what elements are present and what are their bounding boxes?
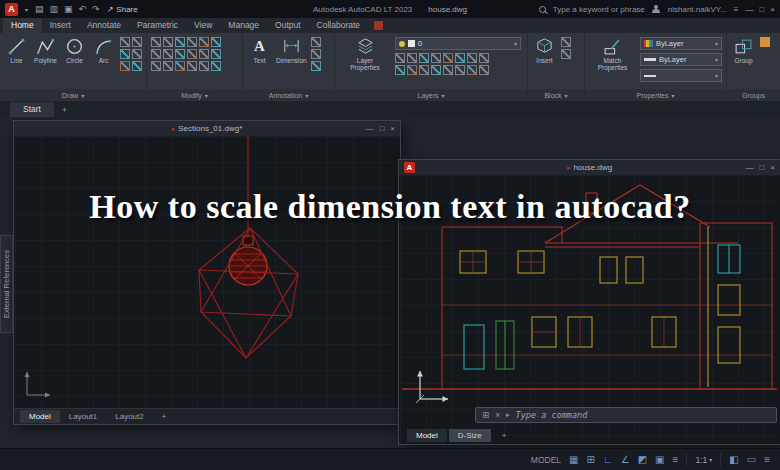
layers-panel-label[interactable]: Layers ▾ [335,89,527,101]
maximize-button[interactable]: □ [379,124,384,133]
layer-select-dropdown[interactable]: 0 ▾ [395,37,521,50]
linetype-dropdown[interactable]: ▾ [640,69,722,82]
tool-icon[interactable] [395,65,405,75]
chevron-down-icon[interactable]: ▾ [25,6,28,13]
menu-icon[interactable]: ≡ [734,5,739,14]
group-tool[interactable]: Group [731,37,756,64]
minimize-button[interactable]: — [745,5,753,14]
tool-icon[interactable] [561,37,571,47]
text-tool[interactable]: A Text [247,37,272,64]
tool-icon[interactable] [151,37,161,47]
tool-icon[interactable] [431,65,441,75]
circle-tool[interactable]: Circle [62,37,87,64]
tool-icon[interactable] [455,65,465,75]
group-edit-icon[interactable] [760,37,770,47]
osnap-icon[interactable]: ◩ [638,455,647,465]
tool-icon[interactable] [211,49,221,59]
tool-icon[interactable] [199,49,209,59]
tool-icon[interactable] [479,65,489,75]
tool-icon[interactable] [311,37,321,47]
groups-panel-label[interactable]: Groups [727,89,780,101]
tool-icon[interactable] [479,53,489,63]
tool-icon[interactable] [199,61,209,71]
model-space-button[interactable]: MODEL [531,455,561,465]
open-file-icon[interactable]: ▥ [50,5,59,14]
new-tab-button[interactable]: + [57,103,72,117]
tool-icon[interactable] [443,65,453,75]
express-tools-icon[interactable] [374,21,383,30]
draw-panel-label[interactable]: Draw ▾ [0,89,146,101]
layout-tab-model[interactable]: Model [20,410,60,423]
layer-properties-tool[interactable]: Layer Properties [339,37,391,72]
tool-icon[interactable] [311,61,321,71]
tool-icon[interactable] [163,49,173,59]
tool-icon[interactable] [211,37,221,47]
tool-icon[interactable] [132,61,142,71]
tool-icon[interactable] [120,61,130,71]
tool-icon[interactable] [175,49,185,59]
layout-tab-dsize[interactable]: D-Size [449,429,491,442]
command-input[interactable]: Type a command [516,410,588,420]
tool-icon[interactable] [311,49,321,59]
tool-icon[interactable] [175,61,185,71]
polar-tracking-icon[interactable]: ∠ [621,455,630,465]
user-avatar-icon[interactable] [652,5,661,14]
tool-icon[interactable] [455,53,465,63]
annotation-panel-label[interactable]: Annotation ▾ [243,89,334,101]
close-button[interactable]: × [390,124,395,133]
insert-tool[interactable]: Insert [532,37,557,64]
maximize-button[interactable]: □ [759,5,764,14]
file-tab-start[interactable]: Start [10,102,54,117]
share-button[interactable]: ↗ Share [107,5,138,14]
tool-icon[interactable] [199,37,209,47]
tool-icon[interactable] [419,65,429,75]
tool-icon[interactable] [120,49,130,59]
search-icon[interactable] [539,6,546,13]
minimize-button[interactable]: — [745,163,753,172]
ribbon-tab-manage[interactable]: Manage [220,18,267,33]
drawing-canvas[interactable] [15,136,399,408]
minimize-button[interactable]: — [365,124,373,133]
customize-menu-icon[interactable]: ≡ [764,455,770,465]
tool-icon[interactable] [467,53,477,63]
new-file-icon[interactable]: ▤ [35,5,44,14]
tool-icon[interactable] [175,37,185,47]
tool-icon[interactable] [187,37,197,47]
close-button[interactable]: × [770,163,775,172]
command-line[interactable]: ⊞ × ▸ Type a command [475,407,777,423]
maximize-button[interactable]: □ [759,163,764,172]
add-layout-button[interactable]: + [493,429,516,442]
tool-icon[interactable] [467,65,477,75]
tool-icon[interactable] [132,37,142,47]
ribbon-tab-view[interactable]: View [186,18,220,33]
window-titlebar[interactable]: A ▸ house.dwg — □ × [399,160,780,175]
search-input[interactable]: Type a keyword or phrase [553,5,645,14]
tool-icon[interactable] [443,53,453,63]
isolate-objects-icon[interactable]: ◧ [729,455,738,465]
snap-icon[interactable]: ⊞ [587,455,595,465]
tool-icon[interactable] [407,65,417,75]
tool-icon[interactable] [120,37,130,47]
properties-panel-label[interactable]: Properties ▾ [585,89,726,101]
tool-icon[interactable] [163,37,173,47]
ribbon-tab-home[interactable]: Home [3,18,42,33]
tool-icon[interactable] [187,61,197,71]
close-button[interactable]: × [770,5,775,14]
ribbon-tab-collaborate[interactable]: Collaborate [309,18,368,33]
tool-icon[interactable] [407,53,417,63]
autocad-logo-icon[interactable]: A [5,3,18,16]
ortho-icon[interactable]: ∟ [603,455,613,465]
window-titlebar[interactable]: ▸ Sections_01.dwg* — □ × [14,121,400,136]
layout-tab-layout1[interactable]: Layout1 [60,410,106,423]
save-icon[interactable]: ▣ [64,5,73,14]
tool-icon[interactable] [211,61,221,71]
keyboard-icon[interactable]: ⊞ [482,410,489,420]
layout-tab-layout2[interactable]: Layout2 [106,410,152,423]
lineweight-display-icon[interactable]: ▣ [655,455,664,465]
line-tool[interactable]: Line [4,37,29,64]
grid-icon[interactable]: ▦ [569,455,578,465]
arc-tool[interactable]: Arc [91,37,116,64]
object-color-dropdown[interactable]: ByLayer ▾ [640,37,722,50]
tool-icon[interactable] [561,49,571,59]
tool-icon[interactable] [132,49,142,59]
